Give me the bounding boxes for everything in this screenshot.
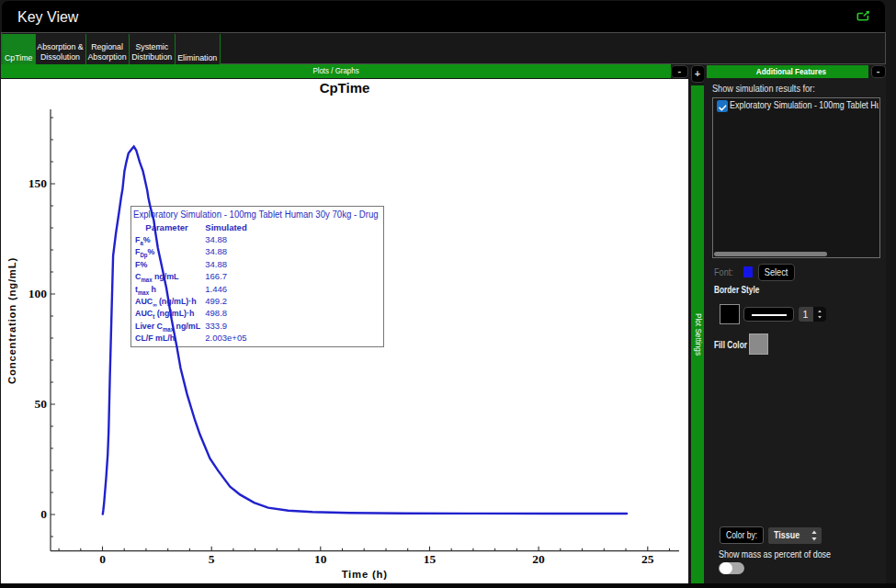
svg-text:10: 10 xyxy=(314,552,327,566)
svg-text:150: 150 xyxy=(28,176,48,190)
svg-text:Concentration (ng/mL): Concentration (ng/mL) xyxy=(6,257,17,384)
svg-text:0: 0 xyxy=(99,552,106,566)
svg-text:5: 5 xyxy=(209,552,215,566)
svg-text:Time (h): Time (h) xyxy=(342,569,388,580)
svg-text:CpTime: CpTime xyxy=(320,80,370,96)
svg-text:50: 50 xyxy=(35,397,48,411)
svg-text:25: 25 xyxy=(641,552,654,566)
svg-text:0: 0 xyxy=(40,507,47,521)
svg-text:100: 100 xyxy=(28,287,48,300)
svg-text:15: 15 xyxy=(424,552,437,566)
svg-text:20: 20 xyxy=(532,552,545,566)
